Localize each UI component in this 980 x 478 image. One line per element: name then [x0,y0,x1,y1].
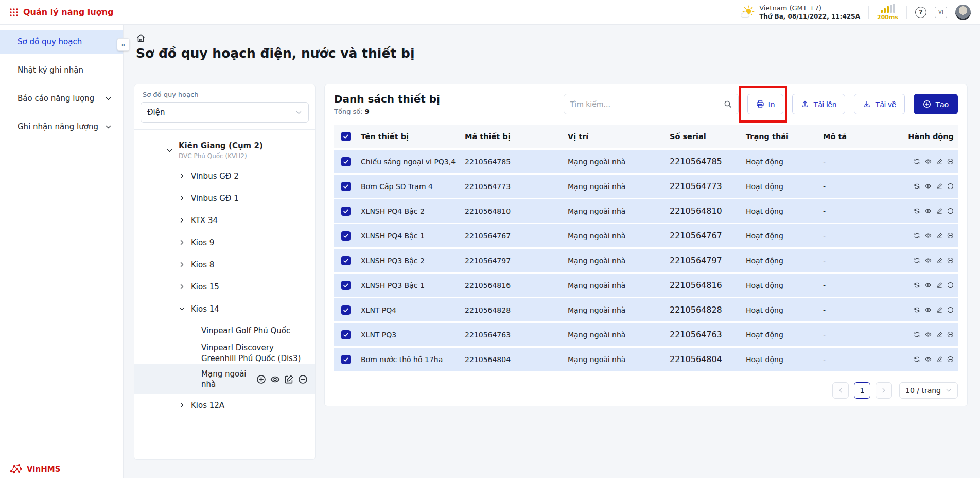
tree-node-vinbus-gd-1[interactable]: Vinbus GĐ 1 [134,187,315,209]
edit-icon[interactable] [936,256,943,265]
eye-icon[interactable] [925,330,932,339]
eye-icon[interactable] [925,256,932,265]
sync-icon[interactable] [914,231,920,240]
row-checkbox[interactable] [341,182,351,191]
cell-name: XLNT PQ3 [354,331,458,339]
edit-node-icon[interactable] [284,374,294,384]
cell-status: Hoạt động [739,306,816,314]
cell-code: 2210564804 [458,355,561,364]
language-toggle[interactable]: VI [935,7,947,18]
sync-icon[interactable] [914,281,920,289]
tree-node-vinbus-gd-2[interactable]: Vinbus GĐ 2 [134,165,315,187]
edit-icon[interactable] [936,182,943,191]
edit-icon[interactable] [936,355,943,364]
remove-node-icon[interactable] [298,374,308,384]
edit-icon[interactable] [936,231,943,240]
tree-leaf-vinpearl-discovery[interactable]: Vinpearl Discovery Greenhill Phú Quốc (D… [134,342,315,364]
eye-icon[interactable] [925,305,932,314]
upload-button[interactable]: Tải lên [792,94,845,114]
cell-location: Mạng ngoài nhà [561,182,662,191]
row-checkbox[interactable] [341,305,351,315]
tree-node-kios-15[interactable]: Kios 15 [134,276,315,298]
sidebar-item-so-do-quy-hoach[interactable]: Sơ đồ quy hoạch [0,30,123,54]
row-checkbox[interactable] [341,330,351,339]
cell-location: Mạng ngoài nhà [561,257,662,265]
eye-icon[interactable] [925,231,932,240]
latency-widget: 200ms [877,4,898,21]
edit-icon[interactable] [936,305,943,314]
diagram-type-select[interactable]: Điện [141,102,309,123]
tree-node-kios-12a[interactable]: Kios 12A [134,394,315,416]
app-grid-icon[interactable] [9,8,19,17]
sidebar-collapse-button[interactable]: « [117,38,130,51]
select-all-checkbox[interactable] [341,132,351,141]
tree-node-kios-8[interactable]: Kios 8 [134,253,315,276]
eye-icon[interactable] [925,182,932,191]
print-button[interactable]: In [747,94,784,114]
eye-icon[interactable] [925,355,932,364]
page-size-select[interactable]: 10 / trang [899,382,958,399]
row-checkbox[interactable] [341,157,351,166]
edit-icon[interactable] [936,281,943,289]
breadcrumb-home[interactable] [136,32,146,43]
tree-leaf-mang-ngoai-nha[interactable]: Mạng ngoài nhà [134,364,315,394]
tree-node-kios-9[interactable]: Kios 9 [134,231,315,253]
search-input[interactable] [570,100,724,108]
cell-location: Mạng ngoài nhà [561,158,662,166]
remove-icon[interactable] [947,256,954,265]
tree-leaf-vinpearl-golf[interactable]: Vinpearl Golf Phú Quốc [134,320,315,342]
sync-icon[interactable] [914,256,920,265]
tree-node-ktx-34[interactable]: KTX 34 [134,209,315,231]
prev-page-button[interactable] [832,382,849,399]
tree-node-kios-14[interactable]: Kios 14 [134,298,315,320]
sidebar-item-nhat-ky-ghi-nhan[interactable]: Nhật ký ghi nhận [0,58,123,82]
edit-icon[interactable] [936,157,943,166]
eye-icon[interactable] [925,281,932,289]
tree: Kiên Giang (Cụm 2) DVC Phú Quốc (KVH2) V… [134,130,315,416]
sync-icon[interactable] [914,330,920,339]
page-number-button[interactable]: 1 [854,382,870,399]
sync-icon[interactable] [914,182,920,191]
row-checkbox[interactable] [341,355,351,364]
sync-icon[interactable] [914,355,920,364]
sync-icon[interactable] [914,157,920,166]
remove-icon[interactable] [947,157,954,166]
download-button[interactable]: Tải về [854,94,905,114]
sync-icon[interactable] [914,207,920,215]
chevron-right-icon [179,261,185,268]
edit-icon[interactable] [936,207,943,215]
eye-icon[interactable] [925,207,932,215]
row-checkbox[interactable] [341,281,351,290]
create-button[interactable]: Tạo [914,94,958,114]
plus-circle-icon [923,100,931,108]
cell-code: 2210564828 [458,306,561,314]
eye-icon[interactable] [925,157,932,166]
tree-node-label: Kios 15 [191,282,219,292]
sidebar-item-bao-cao-nang-luong[interactable]: Báo cáo năng lượng [0,87,123,110]
cell-description: - [816,232,906,240]
view-node-icon[interactable] [270,374,280,384]
search-icon[interactable] [724,100,732,108]
row-checkbox[interactable] [341,231,351,241]
avatar[interactable] [955,5,971,20]
add-node-icon[interactable] [256,374,266,384]
remove-icon[interactable] [947,207,954,215]
tree-node-kien-giang[interactable]: Kiên Giang (Cụm 2) DVC Phú Quốc (KVH2) [134,136,315,165]
help-icon[interactable]: ? [915,7,926,18]
remove-icon[interactable] [947,330,954,339]
planning-tree-panel: Sơ đồ quy hoạch Điện Kiên Giang (Cụm 2) … [134,84,316,460]
sync-icon[interactable] [914,305,920,314]
remove-icon[interactable] [947,182,954,191]
remove-icon[interactable] [947,281,954,289]
edit-icon[interactable] [936,330,943,339]
sidebar-item-ghi-nhan-nang-luong[interactable]: Ghi nhận năng lượng [0,115,123,139]
row-checkbox[interactable] [341,207,351,216]
cell-description: - [816,281,906,289]
cell-serial: 2210564804 [662,354,739,364]
cell-description: - [816,257,906,265]
remove-icon[interactable] [947,355,954,364]
remove-icon[interactable] [947,231,954,240]
row-checkbox[interactable] [341,256,351,265]
remove-icon[interactable] [947,305,954,314]
next-page-button[interactable] [876,382,892,399]
